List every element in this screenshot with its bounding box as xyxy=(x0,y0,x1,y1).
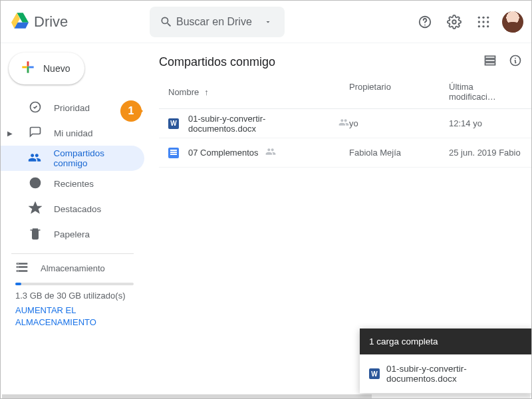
account-avatar[interactable] xyxy=(499,9,526,35)
search-bar[interactable]: Buscar en Drive xyxy=(150,7,285,37)
header-actions xyxy=(412,9,526,35)
horizontal-scrollbar[interactable] xyxy=(2,394,530,398)
sidebar-item-label: Recientes xyxy=(54,179,94,189)
annotation-number: 1 xyxy=(128,105,134,117)
star-icon xyxy=(29,201,42,217)
svg-point-7 xyxy=(482,21,484,23)
new-button[interactable]: Nuevo xyxy=(9,53,84,84)
trash-icon xyxy=(29,227,42,242)
file-owner: yo xyxy=(349,118,449,128)
mydrive-icon xyxy=(29,126,42,141)
sidebar-item-recent[interactable]: Recientes xyxy=(1,171,144,196)
svg-rect-16 xyxy=(485,63,495,65)
settings-icon[interactable] xyxy=(441,9,467,35)
file-modified: 25 jun. 2019 Fabio xyxy=(449,148,522,158)
sidebar-item-trash[interactable]: Papelera xyxy=(1,221,144,247)
sidebar-item-label: Destacados xyxy=(54,204,101,214)
file-name: 07 Complementos xyxy=(188,148,259,158)
svg-point-9 xyxy=(478,25,480,27)
svg-point-1 xyxy=(424,24,426,25)
app-title: Drive xyxy=(34,13,68,31)
storage-icon xyxy=(15,261,29,276)
svg-point-3 xyxy=(478,16,480,18)
sidebar-item-mydrive[interactable]: ▶ Mi unidad xyxy=(1,120,144,146)
page-title: Compartidos conmigo xyxy=(159,55,483,69)
file-row[interactable]: 07 Complementos Fabiola Mejía 25 jun. 20… xyxy=(159,138,531,168)
app-frame: Drive Buscar en Drive xyxy=(0,0,532,399)
annotation-callout: 1 xyxy=(120,100,142,122)
upload-toast[interactable]: 1 carga completa W 01-subir-y-convertir-… xyxy=(360,329,532,393)
details-pane-icon[interactable] xyxy=(509,54,522,70)
help-icon[interactable] xyxy=(412,9,438,35)
sidebar-item-starred[interactable]: Destacados xyxy=(1,196,144,221)
storage-usage-text: 1.3 GB de 30 GB utilizado(s) xyxy=(15,291,134,301)
svg-point-6 xyxy=(478,21,480,23)
storage-block: Almacenamiento 1.3 GB de 30 GB utilizado… xyxy=(1,254,144,329)
google-doc-icon xyxy=(168,148,182,158)
list-view-icon[interactable] xyxy=(483,54,497,70)
upload-toast-title: 1 carga completa xyxy=(360,329,532,354)
file-name: 01-subir-y-convertir-documentos.docx xyxy=(188,114,332,134)
priority-icon xyxy=(29,100,42,116)
upload-file-name: 01-subir-y-convertir-documentos.docx xyxy=(386,364,523,384)
svg-point-10 xyxy=(482,25,484,27)
storage-bar xyxy=(15,283,134,285)
storage-title: Almacenamiento xyxy=(41,263,105,273)
file-row[interactable]: W 01-subir-y-convertir-documentos.docx y… xyxy=(159,109,531,138)
sidebar-item-label: Compartidos conmigo xyxy=(53,148,136,168)
svg-point-5 xyxy=(487,16,489,18)
recent-icon xyxy=(29,176,42,192)
file-owner: Fabiola Mejía xyxy=(349,148,449,158)
sidebar-item-label: Prioridad xyxy=(54,103,90,113)
search-placeholder: Buscar en Drive xyxy=(176,16,258,28)
sidebar: Nuevo Prioridad ▶ Mi unidad Compartidos … xyxy=(1,43,150,398)
drive-logo-icon xyxy=(11,12,29,32)
word-doc-icon: W xyxy=(369,368,380,379)
column-owner[interactable]: Propietario xyxy=(349,82,449,102)
word-doc-icon: W xyxy=(168,118,182,129)
svg-point-8 xyxy=(487,21,489,23)
column-headers: Nombre ↑ Propietario Última modificaci… xyxy=(159,70,531,109)
svg-point-2 xyxy=(452,20,456,24)
column-name[interactable]: Nombre ↑ xyxy=(168,82,349,102)
storage-upsell-link[interactable]: AUMENTAR EL ALMACENAMIENTO xyxy=(15,305,134,329)
sort-arrow-icon: ↑ xyxy=(204,87,209,97)
sidebar-item-shared[interactable]: Compartidos conmigo xyxy=(1,146,144,171)
search-icon xyxy=(156,15,176,29)
scrollbar-thumb[interactable] xyxy=(2,394,372,398)
new-button-label: Nuevo xyxy=(43,63,70,74)
file-modified: 12:14 yo xyxy=(449,118,522,128)
svg-rect-14 xyxy=(485,56,495,58)
sidebar-item-label: Papelera xyxy=(54,229,90,239)
plus-icon xyxy=(19,59,37,78)
shared-indicator-icon xyxy=(338,117,349,130)
shared-with-me-icon xyxy=(28,151,41,166)
avatar-image xyxy=(502,11,523,33)
svg-rect-15 xyxy=(485,59,495,61)
svg-point-11 xyxy=(487,25,489,27)
storage-used-bar xyxy=(15,283,21,285)
expand-caret-icon[interactable]: ▶ xyxy=(7,130,14,137)
column-modified[interactable]: Última modificaci… xyxy=(449,82,522,102)
search-options-icon[interactable] xyxy=(258,18,278,26)
svg-point-4 xyxy=(482,16,484,18)
sidebar-item-label: Mi unidad xyxy=(54,128,93,138)
apps-grid-icon[interactable] xyxy=(470,9,497,35)
header: Drive Buscar en Drive xyxy=(1,1,531,43)
logo-area[interactable]: Drive xyxy=(11,12,150,32)
upload-toast-row[interactable]: W 01-subir-y-convertir-documentos.docx xyxy=(360,354,532,393)
shared-indicator-icon xyxy=(265,146,276,159)
